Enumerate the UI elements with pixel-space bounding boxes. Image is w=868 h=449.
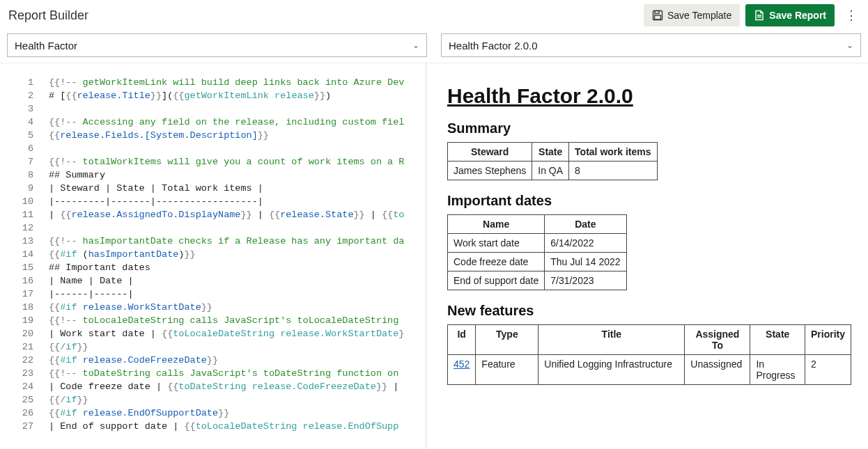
code-line[interactable]: {{!-- Accessing any field on the release…	[49, 116, 426, 129]
table-row: Work start date6/14/2022	[448, 234, 627, 253]
table-row: End of support date7/31/2023	[448, 271, 627, 290]
summary-steward: James Stephens	[448, 162, 532, 180]
save-template-button[interactable]: Save Template	[644, 4, 740, 26]
code-line[interactable]: {{!-- toDateString calls JavaScript's to…	[49, 367, 426, 380]
table-row: Code freeze dateThu Jul 14 2022	[448, 253, 627, 271]
line-number: 2	[0, 89, 49, 102]
line-number: 1	[0, 76, 49, 89]
summary-total: 8	[569, 162, 657, 180]
code-line[interactable]: {{!-- hasImportantDate checks if a Relea…	[49, 235, 426, 248]
header-bar: Report Builder Save Template Save Report…	[0, 0, 868, 29]
template-select-value: Health Factor	[15, 40, 77, 52]
line-number: 16	[0, 274, 49, 287]
line-number: 6	[0, 142, 49, 155]
dates-col-date: Date	[545, 215, 626, 234]
line-number: 9	[0, 182, 49, 195]
summary-table: Steward State Total work items James Ste…	[447, 142, 658, 180]
line-number: 3	[0, 102, 49, 116]
line-number: 17	[0, 287, 49, 301]
line-number: 21	[0, 340, 49, 354]
save-report-button[interactable]: Save Report	[745, 4, 835, 26]
code-line[interactable]: | {{release.AssignedTo.DisplayName}} | {…	[49, 208, 426, 221]
code-editor[interactable]: 1234567891011121314151617181920212223242…	[0, 76, 426, 433]
line-number: 4	[0, 116, 49, 129]
line-number: 10	[0, 195, 49, 208]
code-line[interactable]: {{!-- toLocaleDateString calls JavaScrip…	[49, 314, 426, 327]
line-number: 5	[0, 129, 49, 142]
code-line[interactable]: | Work start date | {{toLocaleDateString…	[49, 327, 426, 340]
release-select[interactable]: Health Factor 2.0.0 ⌄	[441, 33, 861, 57]
code-line[interactable]: ## Summary	[49, 168, 426, 182]
line-number: 14	[0, 248, 49, 261]
line-number: 19	[0, 314, 49, 327]
line-number: 15	[0, 261, 49, 274]
page-title: Report Builder	[8, 8, 88, 23]
save-report-label: Save Report	[769, 10, 826, 21]
code-line[interactable]: ## Important dates	[49, 261, 426, 274]
line-number: 26	[0, 407, 49, 420]
summary-col-total: Total work items	[569, 143, 657, 162]
code-line[interactable]	[49, 102, 426, 116]
summary-col-state: State	[532, 143, 569, 162]
line-number: 24	[0, 380, 49, 393]
code-line[interactable]: {{!-- totalWorkItems will give you a cou…	[49, 155, 426, 168]
features-heading: New features	[447, 303, 861, 319]
code-line[interactable]: {{#if release.EndOfSupportDate}}	[49, 407, 426, 420]
release-select-value: Health Factor 2.0.0	[449, 40, 538, 52]
preview-pane: Health Factor 2.0.0 Summary Steward Stat…	[426, 63, 868, 449]
features-col-title: Title	[538, 325, 685, 355]
features-col-assigned: Assigned To	[685, 325, 750, 355]
preview-title: Health Factor 2.0.0	[447, 84, 861, 108]
save-icon	[652, 10, 663, 21]
code-line[interactable]	[49, 221, 426, 235]
dates-heading: Important dates	[447, 193, 861, 209]
features-col-priority: Priority	[805, 325, 851, 355]
code-line[interactable]: | Code freeze date | {{toDateString rele…	[49, 380, 426, 393]
code-line[interactable]: {{/if}}	[49, 393, 426, 407]
table-row: James Stephens In QA 8	[448, 162, 658, 180]
code-line[interactable]: |------|------|	[49, 287, 426, 301]
code-line[interactable]: |---------|-------|------------------|	[49, 195, 426, 208]
code-line[interactable]: | End of support date | {{toLocaleDateSt…	[49, 420, 426, 433]
more-menu-button[interactable]: ⋮	[843, 8, 860, 23]
svg-rect-1	[655, 11, 659, 14]
chevron-down-icon: ⌄	[412, 40, 419, 50]
line-number: 7	[0, 155, 49, 168]
code-line[interactable]: {{!-- getWorkItemLink will build deep li…	[49, 76, 426, 89]
work-item-link[interactable]: 452	[454, 359, 470, 370]
save-template-label: Save Template	[667, 10, 731, 21]
line-number: 25	[0, 393, 49, 407]
dates-col-name: Name	[448, 215, 545, 234]
code-line[interactable]: {{#if release.WorkStartDate}}	[49, 301, 426, 314]
chevron-down-icon: ⌄	[846, 40, 853, 50]
code-line[interactable]: {{release.Fields.[System.Description]}}	[49, 129, 426, 142]
line-number: 18	[0, 301, 49, 314]
svg-rect-2	[654, 15, 660, 19]
line-number: 13	[0, 235, 49, 248]
line-number: 27	[0, 420, 49, 433]
features-col-id: Id	[448, 325, 476, 355]
code-line[interactable]: {{#if (hasImportantDate)}}	[49, 248, 426, 261]
summary-col-steward: Steward	[448, 143, 532, 162]
code-line[interactable]: {{/if}}	[49, 340, 426, 354]
line-number: 22	[0, 354, 49, 367]
table-row: 452FeatureUnified Logging Infrastructure…	[448, 355, 851, 385]
template-editor-pane: 1234567891011121314151617181920212223242…	[0, 63, 426, 449]
summary-state: In QA	[532, 162, 569, 180]
code-line[interactable]: # [{{release.Title}}]({{getWorkItemLink …	[49, 89, 426, 102]
features-col-type: Type	[476, 325, 538, 355]
selector-row: Health Factor ⌄ Health Factor 2.0.0 ⌄	[0, 29, 868, 63]
template-select[interactable]: Health Factor ⌄	[7, 33, 427, 57]
code-line[interactable]: | Name | Date |	[49, 274, 426, 287]
document-icon	[754, 10, 765, 21]
line-number: 20	[0, 327, 49, 340]
features-table: Id Type Title Assigned To State Priority…	[447, 324, 851, 385]
line-number: 11	[0, 208, 49, 221]
code-line[interactable]	[49, 142, 426, 155]
code-line[interactable]: {{#if release.CodeFreezeDate}}	[49, 354, 426, 367]
features-col-state: State	[750, 325, 805, 355]
line-number: 23	[0, 367, 49, 380]
code-line[interactable]: | Steward | State | Total work items |	[49, 182, 426, 195]
line-number: 8	[0, 168, 49, 182]
dates-table: Name Date Work start date6/14/2022Code f…	[447, 214, 627, 290]
